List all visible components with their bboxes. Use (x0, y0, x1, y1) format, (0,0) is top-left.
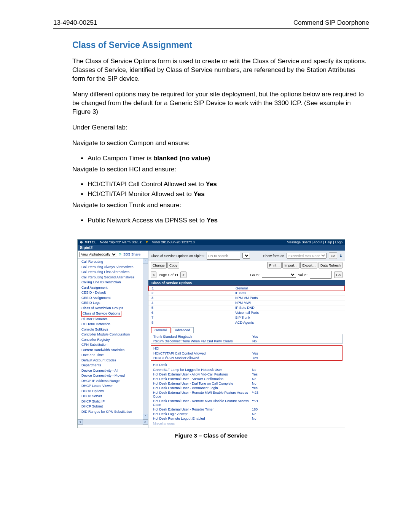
table-row[interactable]: 2IP Sets (148, 291, 345, 296)
sidebar-item[interactable]: Default Account Codes (81, 358, 141, 363)
tab-general[interactable]: General (151, 327, 170, 333)
sidebar-item[interactable]: Call Rerouting Always Alternatives (81, 265, 141, 270)
show-form-label: Show form on (263, 254, 284, 258)
sidebar-item[interactable]: Departments (81, 363, 141, 368)
paragraph: The Class of Service Options form is use… (72, 57, 369, 83)
detail-row: Green BLF Lamp for Logged in Hotdesk Use… (151, 367, 342, 372)
sds-icon: ⟳ (119, 252, 122, 256)
sidebar-item[interactable]: Device Connectivity - All (81, 368, 141, 374)
sidebar-item[interactable]: CO Tone Detection (81, 322, 141, 327)
table-row[interactable]: 3NPM VM Ports (148, 296, 345, 300)
data-refresh-button[interactable]: Data Refresh (319, 262, 342, 268)
sidebar-item[interactable]: Cluster Elements (81, 317, 141, 322)
copy-button[interactable]: Copy (167, 262, 179, 268)
sidebar-item[interactable]: Controller Module Configuration (81, 332, 141, 337)
alarm-status: Minor 2012-Jun-20 13:37:18 (151, 240, 194, 244)
detail-row: Return Disconnect Tone When Far End Part… (151, 339, 342, 343)
goto-select[interactable] (262, 272, 296, 278)
strong-text: blanked (no value) (153, 155, 210, 162)
detail-row: Hot Desk External User - Permanent Login… (151, 386, 342, 390)
text: Public Network Access via DPNSS set to (88, 217, 207, 224)
list-item: HCI/CTI/TAPI Monitor Allowed set to Yes (88, 190, 369, 198)
download-icon[interactable]: ⬇ (339, 254, 342, 258)
sidebar-item[interactable]: Call Rerouting (81, 259, 141, 265)
go-button[interactable]: Go (329, 252, 337, 259)
nav-vertical-scrollbar[interactable]: ˄ ˅ (143, 259, 148, 419)
paragraph: Navigate to section Campon and ensure: (72, 139, 369, 148)
sidebar-item[interactable]: Current Bandwidth Statistics (81, 348, 141, 353)
sidebar-item[interactable]: Device Connectivity - Moved (81, 373, 141, 379)
detail-row: HCI/CTI/TAPI Call Control AllowedYes (151, 351, 342, 356)
hotdesk-section-title: Hot Desk (151, 362, 342, 367)
figure-caption: Figure 3 – Class of Service (53, 432, 369, 439)
table-row[interactable]: 5IP Sets DND (148, 305, 345, 310)
goto-go-button[interactable]: Go (334, 272, 342, 278)
table-band: Class of Service Options (148, 280, 345, 286)
scroll-down-icon[interactable]: ˅ (143, 414, 148, 419)
node-label: Node 'Sipint2' Alarm Status: (100, 240, 142, 244)
misc-section-title: Miscellaneous (151, 421, 342, 426)
sidebar-item[interactable]: DHCP Subnet (81, 404, 141, 409)
alarm-icon: ▼ (145, 240, 149, 244)
node-breadcrumb: Sipint2 (78, 245, 345, 251)
tab-advanced[interactable]: Advanced (172, 327, 194, 333)
change-button[interactable]: Change (151, 262, 167, 268)
nav-horizontal-scrollbar[interactable]: < > (78, 419, 148, 425)
detail-row: Hot Desk Remote Logout EnabledNo (151, 416, 342, 421)
sidebar-item[interactable]: DHCP Options (81, 389, 141, 394)
scroll-left-icon[interactable]: < (78, 419, 83, 425)
search-dropdown[interactable] (242, 253, 250, 259)
sidebar-item[interactable]: Controller Registry (81, 337, 141, 343)
show-form-select[interactable]: Exceeded Max Nodes (287, 253, 327, 259)
sidebar-item[interactable]: CESID Logs (81, 300, 141, 306)
sidebar-item[interactable]: CESID Assignment (81, 296, 141, 301)
search-input[interactable] (207, 252, 240, 260)
print-button[interactable]: Print… (267, 262, 282, 268)
sidebar-item[interactable]: Class of Restriction Groups (81, 306, 141, 311)
goto-value-input[interactable] (310, 271, 332, 279)
detail-row: Hot Desk External User - Allow Mid-Call … (151, 372, 342, 377)
export-button[interactable]: Export… (300, 262, 317, 268)
sidebar-item[interactable]: DHCP Server (81, 394, 141, 399)
table-row[interactable]: 4NPM MWI (148, 300, 345, 305)
sidebar-item[interactable]: DHCP Static IP (81, 399, 141, 404)
view-select[interactable]: View Alphabetically (79, 252, 117, 257)
sidebar-item[interactable]: Console Softkeys (81, 327, 141, 332)
table-row[interactable]: 6Voicemail Ports (148, 310, 345, 315)
sidebar-item[interactable]: DHCP Lease Viewer (81, 383, 141, 389)
paragraph: Navigate to section HCI and ensure: (72, 165, 369, 174)
sidebar-item[interactable]: DID Ranges for CPN Substitution (81, 409, 141, 415)
table-row[interactable]: 8ACD Agents (148, 320, 345, 325)
detail-row: Hot Desk External User - Remote MWI Disa… (151, 399, 342, 407)
table-row[interactable]: 1General (148, 286, 345, 291)
sidebar-item[interactable]: Date and Time (81, 353, 141, 358)
import-button[interactable]: Import… (282, 262, 299, 268)
embedded-screenshot: ⊕ MITEL Node 'Sipint2' Alarm Status: ▼ M… (78, 240, 345, 428)
detail-row: Hot Desk External User - Remote MWI Enab… (151, 390, 342, 399)
page-next-button[interactable]: > (180, 272, 186, 278)
sidebar-item[interactable]: Card Assignment (81, 285, 141, 291)
section-title: Class of Service Assignment (72, 40, 369, 50)
text: Auto Campon Timer is (88, 155, 153, 162)
breadcrumb: Class of Service Options on Sipint2 (151, 254, 204, 258)
page-prev-button[interactable]: < (151, 272, 156, 278)
product-name: Commend SIP Doorphone (293, 19, 369, 27)
sidebar-item[interactable]: Call Rerouting Second Alternatives (81, 275, 141, 280)
detail-row: Trunk Standard RingbackYes (151, 334, 342, 339)
detail-row: Hot Desk Login AcceptNo (151, 412, 342, 416)
sidebar-item[interactable]: CPN Substitution (81, 342, 141, 348)
table-row[interactable]: 7SIP Trunk (148, 315, 345, 320)
sidebar-item[interactable]: Call Rerouting First Alternatives (81, 270, 141, 275)
scroll-up-icon[interactable]: ˄ (143, 259, 148, 264)
top-links[interactable]: Message Board | About | Help | Logo (287, 240, 342, 244)
paragraph: Many different options may be required f… (72, 90, 369, 117)
sidebar-item[interactable]: DHCP IP Address Range (81, 379, 141, 384)
detail-row: Hot Desk External User - Reselze Timer18… (151, 407, 342, 412)
sidebar-item[interactable]: CESID - Default (81, 290, 141, 296)
detail-row: Hot Desk External User - Dial Tone on Ca… (151, 381, 342, 386)
list-item: HCI/CTI/TAPI Call Control Allowed set to… (88, 181, 369, 188)
scroll-right-icon[interactable]: > (143, 419, 148, 425)
sidebar-item[interactable]: Class of Service Options (81, 311, 141, 317)
sidebar-item[interactable]: Calling Line ID Restriction (81, 280, 141, 285)
strong-text: Yes (207, 217, 218, 224)
